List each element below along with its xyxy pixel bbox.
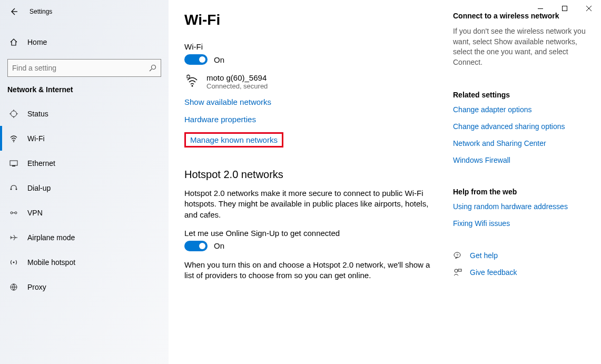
link-network-center[interactable]: Network and Sharing Center [453,139,590,147]
sidebar-item-dialup[interactable]: Dial-up [0,175,169,200]
link-manage-known-networks[interactable]: Manage known networks [190,135,278,144]
connected-network[interactable]: moto g(60)_5694 Connected, secured [184,73,437,90]
home-icon [9,38,18,46]
network-name: moto g(60)_5694 [206,73,268,82]
wifi-state: On [214,55,224,64]
home-label: Home [27,38,47,46]
proxy-icon [9,283,18,291]
sidebar-item-label: Proxy [27,283,46,291]
sidebar-item-wifi[interactable]: Wi-Fi [0,126,169,151]
get-help-label: Get help [470,251,498,260]
svg-point-2 [152,65,156,70]
status-icon [9,110,18,118]
airplane-icon [9,233,18,242]
minimize-button[interactable] [528,0,553,17]
sidebar-item-hotspot[interactable]: Mobile hotspot [0,250,169,274]
svg-point-8 [16,188,17,190]
svg-point-7 [11,188,12,190]
svg-rect-18 [458,269,461,271]
hotspot-icon [9,258,18,267]
sidebar-home[interactable]: Home [0,31,169,54]
signup-label: Let me use Online Sign-Up to get connect… [184,229,437,238]
svg-rect-14 [187,75,190,78]
app-title: Settings [29,8,52,15]
sidebar-item-airplane[interactable]: Airplane mode [0,225,169,250]
link-random-hw[interactable]: Using random hardware addresses [453,202,590,211]
sidebar-item-vpn[interactable]: VPN [0,200,169,225]
hotspot-heading: Hotspot 2.0 networks [184,169,437,181]
wifi-secured-icon [184,73,199,88]
sidebar-item-label: Dial-up [27,184,51,192]
vpn-icon [9,209,18,217]
search-icon [149,64,156,72]
wifi-icon [9,134,18,143]
sidebar-item-proxy[interactable]: Proxy [0,274,169,299]
hotspot-description: Hotspot 2.0 networks make it more secure… [184,188,437,220]
svg-rect-5 [10,161,17,165]
search-box[interactable] [7,59,161,77]
help-icon: ? [453,251,462,260]
give-feedback-label: Give feedback [470,268,517,277]
get-help-link[interactable]: ? Get help [453,251,590,260]
svg-point-11 [13,261,15,263]
svg-rect-1 [563,6,567,11]
close-button[interactable] [577,0,601,17]
feedback-icon [453,268,462,277]
search-input[interactable] [12,64,149,72]
wifi-toggle-label: Wi-Fi [184,42,437,51]
ethernet-icon [9,159,18,168]
network-status: Connected, secured [206,82,268,90]
sidebar-item-label: Ethernet [27,159,55,168]
sidebar-item-label: Status [27,110,48,118]
sidebar-item-ethernet[interactable]: Ethernet [0,151,169,175]
page-title: Wi-Fi [184,12,437,28]
link-fix-wifi[interactable]: Fixing Wifi issues [453,219,590,228]
give-feedback-link[interactable]: Give feedback [453,268,590,277]
svg-point-3 [11,111,17,116]
svg-point-9 [11,212,13,214]
signup-toggle[interactable] [184,241,208,251]
sidebar-item-label: Wi-Fi [27,134,45,143]
svg-point-17 [455,269,458,272]
link-adapter-options[interactable]: Change adapter options [453,105,590,114]
sidebar-item-label: Mobile hotspot [27,258,75,267]
sidebar: Settings Home Network & Internet Status [0,0,169,364]
sidebar-nav: Status Wi-Fi Ethernet Dial-up VPN Airpla… [0,101,169,299]
sidebar-section-title: Network & Internet [0,85,169,101]
signup-state: On [214,241,224,250]
svg-point-10 [15,212,17,214]
connect-body: If you don't see the wireless network yo… [453,26,590,67]
svg-rect-0 [538,8,543,9]
help-heading: Help from the web [453,188,590,196]
svg-point-13 [192,85,193,87]
dialup-icon [9,184,18,192]
back-button[interactable] [9,7,18,16]
right-pane: Connect to a wireless network If you don… [453,0,598,364]
signup-description: When you turn this on and choose a Hotsp… [184,260,437,281]
highlight-box: Manage known networks [184,132,283,147]
main-content: Wi-Fi Wi-Fi On moto g(60)_5694 Connected… [169,0,453,364]
sidebar-item-label: VPN [27,209,43,217]
svg-rect-6 [12,165,15,166]
wifi-toggle[interactable] [184,54,208,65]
link-windows-firewall[interactable]: Windows Firewall [453,156,590,164]
maximize-button[interactable] [553,0,577,17]
related-heading: Related settings [453,91,590,99]
link-show-networks[interactable]: Show available networks [184,97,437,106]
svg-point-4 [13,141,14,142]
svg-text:?: ? [456,253,459,258]
sidebar-item-label: Airplane mode [27,233,75,242]
link-sharing-options[interactable]: Change advanced sharing options [453,122,590,131]
sidebar-item-status[interactable]: Status [0,101,169,126]
link-hardware-properties[interactable]: Hardware properties [184,115,437,124]
